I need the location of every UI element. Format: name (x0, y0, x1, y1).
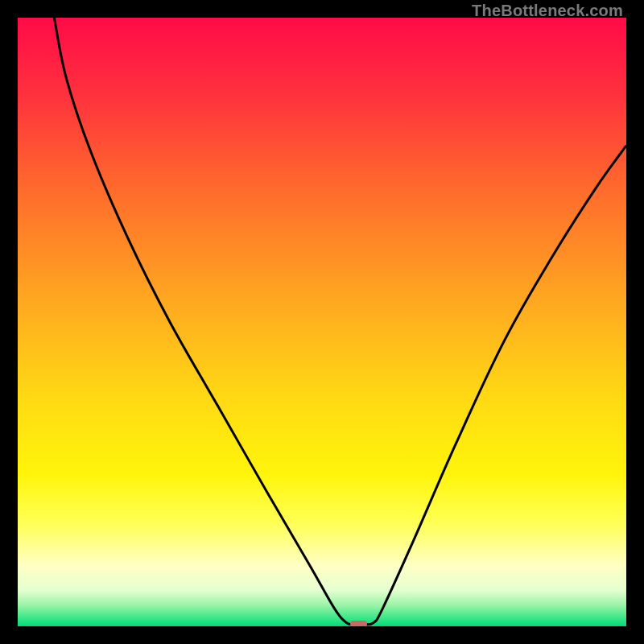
bottleneck-curve (18, 18, 626, 626)
chart-frame: TheBottleneck.com (0, 0, 644, 644)
optimal-marker (350, 621, 367, 626)
plot-area (18, 18, 626, 626)
